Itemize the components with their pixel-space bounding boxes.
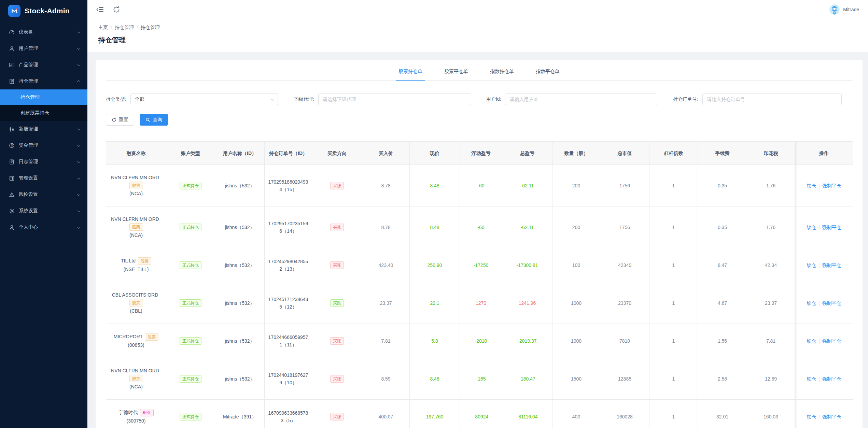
account-type-cell: 正式持仓 bbox=[166, 165, 215, 206]
filter-agent: 下级代理: bbox=[294, 94, 471, 105]
force-close-button[interactable]: 强制平仓 bbox=[822, 262, 841, 268]
refresh-icon[interactable] bbox=[113, 6, 120, 13]
fee: 1.56 bbox=[698, 324, 747, 358]
row-actions: 锁仓|强制平仓 bbox=[795, 400, 853, 428]
buy-price: 423.40 bbox=[362, 248, 410, 282]
lock-position-button[interactable]: 锁仓 bbox=[807, 300, 816, 306]
account-type-cell: 正式持仓 bbox=[166, 206, 215, 248]
lock-position-button[interactable]: 锁仓 bbox=[807, 338, 816, 344]
sidebar-item-funds-mgmt[interactable]: $资金管理 bbox=[0, 137, 87, 154]
agent-label: 下级代理: bbox=[294, 96, 314, 102]
column-header: 用户名称（ID） bbox=[215, 142, 265, 165]
direction-tag: 买涨 bbox=[330, 375, 344, 383]
order-no-input[interactable] bbox=[702, 94, 842, 105]
fee: 0.35 bbox=[698, 206, 747, 248]
lock-position-button[interactable]: 锁仓 bbox=[807, 183, 816, 188]
sidebar-subitem-active[interactable]: 持仓管理 bbox=[0, 89, 87, 105]
force-close-button[interactable]: 强制平仓 bbox=[822, 225, 841, 230]
sidebar-item-label: 产品管理 bbox=[19, 62, 38, 68]
user-name: jishns（532） bbox=[215, 206, 265, 248]
force-close-button[interactable]: 强制平仓 bbox=[822, 414, 841, 419]
leverage: 1 bbox=[649, 324, 698, 358]
fee: 8.47 bbox=[698, 248, 747, 282]
stock-name: CBL ASSOCITS ORD bbox=[112, 292, 158, 298]
total-pl: -17300.81 bbox=[502, 248, 552, 282]
lock-position-button[interactable]: 锁仓 bbox=[807, 414, 816, 419]
sidebar-item-label: 新股管理 bbox=[19, 126, 38, 132]
direction-cell: 买涨 bbox=[312, 206, 362, 248]
chevron-down-icon bbox=[270, 97, 274, 101]
leverage: 1 bbox=[649, 282, 698, 324]
order-id: 1702452980428552（13） bbox=[265, 248, 312, 282]
market-value: 1756 bbox=[600, 206, 649, 248]
float-pl: -60 bbox=[460, 165, 502, 206]
stock-type-tag: 股票 bbox=[129, 223, 143, 231]
direction-tag: 买涨 bbox=[330, 413, 344, 420]
column-header: 操作 bbox=[795, 142, 853, 165]
lock-position-button[interactable]: 锁仓 bbox=[807, 376, 816, 382]
sidebar-item-label: 风控设置 bbox=[19, 191, 38, 198]
market-value: 23370 bbox=[600, 282, 649, 324]
avatar[interactable] bbox=[829, 4, 840, 15]
action-divider: | bbox=[818, 414, 820, 419]
chevron-up-icon bbox=[77, 80, 81, 83]
stock-code: (NSE_TILL) bbox=[109, 266, 163, 273]
current-price: 5.8 bbox=[410, 324, 460, 358]
sidebar-item-risk-settings[interactable]: 风控设置 bbox=[0, 186, 87, 203]
agent-input[interactable] bbox=[318, 94, 471, 105]
breadcrumb-link[interactable]: 持仓管理 bbox=[115, 25, 134, 31]
search-button[interactable]: 查询 bbox=[140, 114, 168, 126]
sidebar-item-admin-settings[interactable]: 管理设置 bbox=[0, 170, 87, 186]
account-type-tag: 正式持仓 bbox=[180, 413, 201, 420]
sidebar-item-log-mgmt[interactable]: 日志管理 bbox=[0, 154, 87, 170]
sidebar-item-dashboard[interactable]: 仪表盘 bbox=[0, 24, 87, 40]
brand: Stock-Admin bbox=[0, 0, 87, 22]
sidebar-item-product-mgmt[interactable]: 产品管理 bbox=[0, 57, 87, 73]
current-price: 22.1 bbox=[410, 282, 460, 324]
sidebar-subitem[interactable]: 创建股票持仓 bbox=[0, 105, 87, 121]
tab-股票平仓单[interactable]: 股票平仓单 bbox=[444, 69, 468, 80]
column-header: 杠杆倍数 bbox=[649, 142, 698, 165]
leverage: 1 bbox=[649, 248, 698, 282]
force-close-button[interactable]: 强制平仓 bbox=[822, 183, 841, 188]
stock-name: NVN CLFRN MN ORD bbox=[111, 216, 159, 222]
direction-cell: 买涨 bbox=[312, 324, 362, 358]
float-pl: -17250 bbox=[460, 248, 502, 282]
user-menu[interactable]: Mitrade bbox=[829, 4, 859, 15]
sidebar-item-label: 系统设置 bbox=[19, 208, 38, 214]
search-icon bbox=[145, 117, 150, 122]
sidebar-item-profile-center[interactable]: 个人中心 bbox=[0, 219, 87, 236]
force-close-button[interactable]: 强制平仓 bbox=[822, 300, 841, 306]
tab-指数持仓单[interactable]: 指数持仓单 bbox=[490, 69, 514, 80]
lock-position-button[interactable]: 锁仓 bbox=[807, 225, 816, 230]
table-row: NVN CLFRN MN ORD股票(NCA)正式持仓jishns（532）17… bbox=[106, 358, 853, 400]
position-type-select[interactable]: 全部 bbox=[130, 94, 278, 105]
stock-name-cell: 宁德时代创业(300750) bbox=[106, 400, 166, 428]
collapse-sidebar-icon[interactable] bbox=[96, 6, 104, 13]
breadcrumb-current: 持仓管理 bbox=[141, 25, 160, 31]
user-id-input[interactable] bbox=[505, 94, 657, 105]
stock-type-tag: 股票 bbox=[145, 333, 158, 341]
sidebar-item-label: 日志管理 bbox=[19, 159, 38, 165]
direction-tag: 买涨 bbox=[330, 224, 344, 231]
breadcrumb-link[interactable]: 主页 bbox=[98, 25, 108, 31]
tab-股票持仓单[interactable]: 股票持仓单 bbox=[398, 69, 422, 80]
row-actions: 锁仓|强制平仓 bbox=[795, 206, 853, 248]
force-close-button[interactable]: 强制平仓 bbox=[822, 376, 841, 382]
tab-指数平仓单[interactable]: 指数平仓单 bbox=[536, 69, 560, 80]
filter-position-type: 持仓类型: 全部 bbox=[106, 94, 278, 105]
chevron-down-icon bbox=[77, 30, 81, 33]
lock-position-button[interactable]: 锁仓 bbox=[807, 262, 816, 268]
order-id: 1702446660599571（11） bbox=[265, 324, 312, 358]
sidebar-item-system-settings[interactable]: 系统设置 bbox=[0, 203, 87, 219]
sidebar-item-position-mgmt[interactable]: 持仓管理 bbox=[0, 73, 87, 89]
sidebar-item-user-mgmt[interactable]: 用户管理 bbox=[0, 40, 87, 57]
market-value: 1756 bbox=[600, 165, 649, 206]
buy-price: 8.78 bbox=[362, 206, 410, 248]
reset-button[interactable]: 重置 bbox=[106, 114, 134, 126]
quantity: 1500 bbox=[552, 358, 600, 400]
sidebar-item-ipo-mgmt[interactable]: 新股管理 bbox=[0, 121, 87, 137]
quantity: 1000 bbox=[552, 282, 600, 324]
force-close-button[interactable]: 强制平仓 bbox=[822, 338, 841, 344]
row-actions: 锁仓|强制平仓 bbox=[795, 165, 853, 206]
